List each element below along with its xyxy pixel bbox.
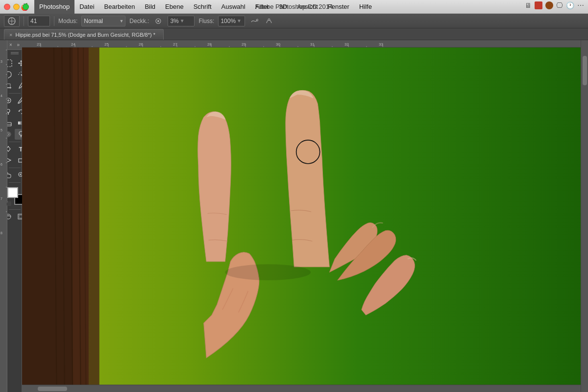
deckk-value: 3% <box>170 18 178 24</box>
close-button[interactable] <box>4 3 10 10</box>
smoothing-icon[interactable] <box>264 16 274 26</box>
tab-close-icon[interactable]: × <box>9 32 12 38</box>
toolbox-expand[interactable]: » <box>17 42 20 48</box>
menu-photoshop[interactable]: Photoshop <box>34 0 74 14</box>
brush-size-value: 41 <box>30 18 37 24</box>
reset-colors-icon[interactable]: ⬛ <box>6 201 11 206</box>
monitor-icon: 🖥 <box>525 1 532 9</box>
fluss-value: 100% <box>220 18 236 24</box>
icon5: ⋯ <box>577 1 584 9</box>
options-bar: 41 Modus: Normal Multiplizieren Abdunkel… <box>0 14 588 28</box>
menu-bearbeiten[interactable]: Bearbeiten <box>99 0 140 14</box>
scrollbar-thumb-h[interactable] <box>38 387 67 391</box>
deckk-spray-icon <box>153 16 164 26</box>
toolbox-header: × » <box>7 40 22 50</box>
ruler-top: 23 24 25 26 27 28 29 30 31 32 <box>22 40 581 48</box>
tool-sep-5 <box>9 209 21 210</box>
menu-datei[interactable]: Datei <box>74 0 99 14</box>
canvas-area: 23 24 25 26 27 28 29 30 31 32 <box>22 40 581 392</box>
modus-label: Modus: <box>58 18 77 24</box>
document-tab[interactable]: × Hippie.psd bei 71,5% (Dodge and Burn G… <box>4 29 164 40</box>
scrollbar-right[interactable] <box>581 40 588 392</box>
svg-point-4 <box>157 20 159 22</box>
toolbox-inner: T <box>7 56 22 222</box>
fluss-label: Fluss: <box>198 18 214 24</box>
scrollbar-thumb-v[interactable] <box>583 56 587 85</box>
icon1 <box>535 1 542 9</box>
tool-sep-3 <box>9 168 21 168</box>
menu-hilfe[interactable]: Hilfe <box>354 0 377 14</box>
tool-sep-2 <box>9 142 21 142</box>
current-tool-icon[interactable] <box>4 15 20 27</box>
fluss-value-box[interactable]: 100% ▼ <box>218 16 245 26</box>
brush-size-box[interactable]: 41 <box>28 16 50 26</box>
tab-bar: × Hippie.psd bei 71,5% (Dodge and Burn G… <box>0 28 588 40</box>
menu-auswahl[interactable]: Auswahl <box>217 0 250 14</box>
tab-label: Hippie.psd bei 71,5% (Dodge and Burn Ges… <box>15 32 155 38</box>
minimize-button[interactable] <box>13 3 20 10</box>
deckk-label: Deckk.: <box>129 18 149 24</box>
ruler-left: 3 4 5 6 7 8 <box>0 40 7 392</box>
canvas-image <box>22 48 581 385</box>
maximize-button[interactable] <box>23 3 29 10</box>
foreground-color-swatch[interactable] <box>7 187 18 198</box>
menu-ebene[interactable]: Ebene <box>160 0 189 14</box>
deckk-value-box[interactable]: 3% ▼ <box>168 16 195 26</box>
svg-point-43 <box>8 146 9 147</box>
svg-point-40 <box>8 134 9 135</box>
svg-point-93 <box>225 264 311 280</box>
scrollbar-bottom[interactable] <box>22 385 581 392</box>
tool-sep-1 <box>9 93 21 94</box>
window-title: Adobe Photoshop CC 2014 <box>255 3 333 10</box>
icon3: 🖵 <box>556 1 563 9</box>
airbrush-icon[interactable] <box>249 16 260 26</box>
icon4: 🕐 <box>566 1 574 9</box>
toolbox-panel: × » <box>7 40 22 392</box>
window-controls <box>4 3 29 10</box>
workspace: 3 4 5 6 7 8 × » <box>0 40 588 392</box>
icon2 <box>545 1 553 9</box>
title-bar: 🍎 Photoshop Datei Bearbeiten Bild Ebene … <box>0 0 588 14</box>
svg-line-25 <box>19 73 20 74</box>
canvas-container[interactable] <box>22 48 581 385</box>
menu-bild[interactable]: Bild <box>140 0 160 14</box>
tool-sep-4 <box>9 182 21 183</box>
toolbox-close[interactable]: × <box>9 42 12 48</box>
menu-schrift[interactable]: Schrift <box>189 0 217 14</box>
modus-select[interactable]: Normal Multiplizieren Abdunkeln Aufhelle… <box>81 16 125 26</box>
